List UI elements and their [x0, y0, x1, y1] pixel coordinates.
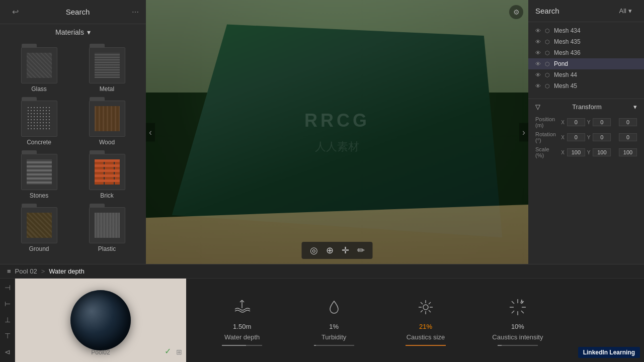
transform-position-row: Position (m) X Y	[532, 115, 640, 130]
back-button[interactable]: ↩	[7, 5, 24, 19]
material-preview: Pool02 ✓ ⊞	[15, 279, 186, 362]
nav-icon-5[interactable]: ⊲	[5, 348, 11, 356]
mesh-item-436[interactable]: 👁 ⬡ Mesh 436	[528, 47, 644, 58]
all-dropdown-chevron-icon: ▾	[628, 7, 632, 15]
sidebar-header-icons: ⋯	[132, 8, 139, 16]
left-nav-strip: ⊣ ⊢ ⊥ ⊤ ⊲	[0, 279, 15, 362]
eye-icon-44[interactable]: 👁	[535, 72, 541, 78]
rotation-x-input[interactable]	[567, 133, 585, 141]
mesh-label-436: Mesh 436	[554, 49, 581, 56]
material-folder-plastic	[89, 207, 125, 243]
material-item-ground[interactable]: Ground	[7, 205, 71, 254]
mesh-type-icon-pond: ⬡	[545, 61, 550, 67]
viewport-right-arrow[interactable]: ›	[519, 123, 528, 141]
transform-dropdown-icon: ▾	[633, 103, 637, 111]
svg-line-8	[429, 310, 431, 312]
material-folder-concrete	[21, 101, 57, 137]
prop-turbidity[interactable]: 1% Turbidity	[309, 295, 359, 346]
material-item-concrete[interactable]: Concrete	[7, 99, 71, 148]
right-search-label: Search	[535, 7, 559, 15]
viewport-settings-button[interactable]: ⚙	[509, 5, 523, 19]
prop-caustics-intensity[interactable]: 10% Caustics intensity	[492, 295, 543, 346]
position-x-input[interactable]	[567, 118, 585, 126]
material-folder-metal	[89, 47, 125, 83]
material-item-stones[interactable]: Stones	[7, 152, 71, 201]
caustics-size-bar	[406, 345, 446, 346]
all-dropdown[interactable]: All ▾	[614, 5, 637, 17]
mesh-item-pond[interactable]: 👁 ⬡ Pond	[528, 58, 644, 69]
material-label-glass: Glass	[31, 85, 47, 93]
position-y-input[interactable]	[593, 118, 611, 126]
mesh-type-icon-45: ⬡	[545, 83, 550, 89]
nav-icon-4[interactable]: ⊤	[5, 332, 11, 340]
sx-axis-label: X	[561, 150, 565, 155]
toolbar-grid-icon[interactable]: ⊕	[326, 245, 334, 256]
sy-axis-label: Y	[587, 150, 591, 155]
toolbar-move-icon[interactable]: ✛	[342, 245, 349, 256]
caustics-intensity-icon-area	[509, 295, 527, 320]
material-item-glass[interactable]: Glass	[7, 45, 71, 95]
all-label: All	[619, 7, 626, 15]
mesh-label-44: Mesh 44	[554, 71, 577, 78]
transform-label: Transform	[572, 103, 602, 111]
rotation-z-input[interactable]	[619, 133, 637, 141]
toolbar-paint-icon[interactable]: ✏	[357, 245, 365, 256]
scale-x-input[interactable]	[567, 148, 585, 156]
material-folder-stones	[21, 154, 57, 190]
eye-icon-434[interactable]: 👁	[535, 28, 541, 34]
bottom-bar: ≡ Pool 02 > Water depth ⊣ ⊢ ⊥ ⊤ ⊲ Pool02…	[0, 264, 644, 362]
collapse-icon: ▽	[535, 103, 540, 111]
material-item-brick[interactable]: Brick	[75, 152, 139, 201]
nav-icon-1[interactable]: ⊣	[5, 284, 11, 292]
mesh-type-icon-44: ⬡	[545, 72, 550, 78]
prop-water-depth[interactable]: 1.50m Water depth	[217, 295, 267, 346]
preview-grid-button[interactable]: ⊞	[176, 348, 182, 356]
materials-dropdown[interactable]: Materials ▾	[0, 24, 146, 40]
caustics-intensity-bar	[498, 345, 538, 346]
svg-line-7	[421, 302, 423, 304]
nav-icon-3[interactable]: ⊥	[5, 316, 11, 324]
eye-icon-436[interactable]: 👁	[535, 50, 541, 56]
material-item-plastic[interactable]: Plastic	[75, 205, 139, 254]
svg-line-16	[512, 301, 514, 304]
rotation-y-input[interactable]	[593, 133, 611, 141]
mesh-item-45[interactable]: 👁 ⬡ Mesh 45	[528, 80, 644, 92]
materials-grid: Glass Metal Concrete	[0, 40, 146, 259]
material-label-brick: Brick	[100, 192, 114, 199]
position-z-input[interactable]	[619, 118, 637, 126]
mesh-type-icon-436: ⬡	[545, 50, 550, 56]
material-item-metal[interactable]: Metal	[75, 45, 139, 95]
toolbar-sphere-icon[interactable]: ◎	[310, 245, 318, 256]
eye-icon-pond[interactable]: 👁	[535, 61, 541, 67]
mesh-type-icon-434: ⬡	[545, 28, 550, 34]
svg-line-17	[521, 311, 524, 313]
eye-icon-435[interactable]: 👁	[535, 39, 541, 45]
material-folder-wood	[89, 101, 125, 137]
caustics-size-icon-area	[417, 295, 435, 320]
sidebar-header: ↩ Search ⋯	[0, 0, 146, 24]
caustics-intensity-label: Caustics intensity	[492, 333, 543, 341]
turbidity-label: Turbidity	[321, 333, 346, 341]
eye-icon-45[interactable]: 👁	[535, 83, 541, 89]
scale-z-input[interactable]	[619, 148, 637, 156]
nav-icon-2[interactable]: ⊢	[5, 300, 11, 308]
transform-header[interactable]: ▽ Transform ▾	[532, 99, 640, 115]
viewport-left-arrow[interactable]: ‹	[146, 123, 155, 141]
scale-y-input[interactable]	[593, 148, 611, 156]
prop-caustics-size[interactable]: 21% Caustics size	[400, 295, 451, 346]
transform-panel: ▽ Transform ▾ Position (m) X Y Rotation …	[528, 99, 644, 164]
viewport: RRCG 人人素材 ⚙ ‹ › ◎ ⊕ ✛ ✏	[146, 0, 528, 264]
mesh-item-44[interactable]: 👁 ⬡ Mesh 44	[528, 69, 644, 80]
viewport-toolbar: ◎ ⊕ ✛ ✏	[302, 242, 373, 259]
menu-icon[interactable]: ≡	[7, 267, 11, 275]
mesh-item-435[interactable]: 👁 ⬡ Mesh 435	[528, 36, 644, 47]
material-item-wood[interactable]: Wood	[75, 99, 139, 148]
mesh-label-45: Mesh 45	[554, 82, 577, 89]
dropdown-chevron-icon: ▾	[87, 28, 91, 36]
mesh-item-434[interactable]: 👁 ⬡ Mesh 434	[528, 25, 644, 36]
breadcrumb-pool[interactable]: Pool 02	[15, 267, 37, 275]
caustics-intensity-value: 10%	[511, 323, 524, 330]
x-axis-label: X	[561, 120, 565, 125]
y-axis-label: Y	[587, 120, 591, 125]
more-icon[interactable]: ⋯	[132, 8, 139, 16]
